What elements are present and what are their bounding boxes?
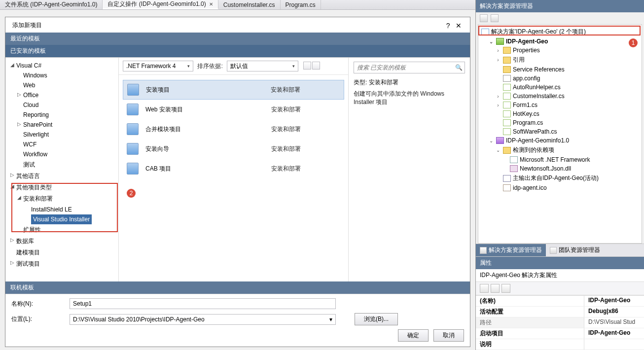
close-icon[interactable]: ✕ (454, 22, 463, 30)
web-setup-icon (127, 104, 139, 115)
dependency-node[interactable]: Microsoft .NET Framework (481, 155, 639, 164)
location-dropdown[interactable]: D:\VS\Visual Studio 2010\Projects\IDP-Ag… (70, 314, 336, 325)
tree-reporting[interactable]: Reporting (5, 110, 118, 120)
properties-pages-icon[interactable] (501, 284, 510, 293)
expand-icon[interactable]: ⌄ (495, 147, 501, 153)
tab-program[interactable]: Program.cs (281, 0, 321, 9)
tree-silverlight[interactable]: Silverlight (5, 130, 118, 140)
file-node[interactable]: idp-agent.ico (481, 183, 639, 192)
prop-key: (名称) (476, 296, 584, 306)
template-item[interactable]: 安装项目安装和部署 (123, 80, 344, 100)
properties-icon[interactable] (480, 14, 488, 22)
expand-icon[interactable]: › (495, 94, 501, 99)
project-node[interactable]: ⌄IDP-Agent-Geominfo1.0 (481, 136, 639, 145)
file-node[interactable]: app.config (481, 74, 639, 83)
file-node[interactable]: Program.cs (481, 118, 639, 127)
template-item[interactable]: Web 安装项目安装和部署 (123, 100, 344, 119)
close-icon[interactable]: ✕ (209, 1, 213, 7)
name-label: 名称(N): (11, 300, 65, 308)
expand-icon[interactable]: ◢ (15, 195, 23, 200)
expand-icon[interactable]: ▷ (8, 172, 16, 177)
prop-value[interactable] (584, 339, 644, 350)
tree-other-proj[interactable]: ◢其他项目类型 (5, 182, 118, 193)
template-item[interactable]: CAB 项目安装和部署 (123, 159, 344, 178)
tree-other-lang[interactable]: ▷其他语言 (5, 171, 118, 182)
view-medium-icon[interactable] (303, 62, 311, 70)
csharp-project-icon (496, 38, 504, 45)
search-box[interactable]: 🔍 (354, 62, 465, 73)
detected-deps-node[interactable]: ⌄检测到的依赖项 (481, 145, 639, 155)
tab-custom-ops[interactable]: 自定义操作 (IDP-Agent-Geominfo1.0)✕ (103, 0, 218, 9)
expand-icon[interactable]: ▷ (15, 92, 23, 97)
expand-icon[interactable]: ⌄ (488, 138, 494, 143)
ok-button[interactable]: 确定 (398, 329, 429, 342)
expand-icon[interactable]: ▷ (8, 260, 16, 265)
prop-value[interactable]: IDP-Agent-Geo (584, 296, 644, 306)
dependency-node[interactable]: Newtonsoft.Json.dll (481, 164, 639, 173)
tree-installshield[interactable]: InstallShield LE (5, 205, 118, 214)
tab-filesystem[interactable]: 文件系统 (IDP-Agent-Geominfo1.0) (0, 0, 103, 9)
expand-icon[interactable]: › (495, 103, 501, 108)
references-node[interactable]: ›引用 (481, 55, 639, 65)
show-all-icon[interactable] (491, 14, 499, 22)
expand-icon[interactable]: ◢ (8, 183, 16, 189)
tree-csharp[interactable]: ◢Visual C# (5, 61, 118, 70)
cab-project-icon (127, 163, 139, 175)
help-icon[interactable]: ? (444, 22, 453, 30)
tree-vs-installer[interactable]: Visual Studio Installer (31, 214, 92, 224)
template-item[interactable]: 合并模块项目安装和部署 (123, 119, 344, 139)
expand-icon[interactable]: ◢ (8, 62, 16, 68)
tree-test[interactable]: 测试 (5, 159, 118, 171)
tab-custome-installer[interactable]: CustomeInstaller.cs (218, 0, 281, 9)
tree-sharepoint[interactable]: ▷SharePoint (5, 120, 118, 130)
view-small-icon[interactable] (312, 62, 320, 70)
tree-cloud[interactable]: Cloud (5, 100, 118, 110)
search-icon[interactable]: 🔍 (453, 62, 465, 73)
tree-office[interactable]: ▷Office (5, 90, 118, 100)
recent-templates-header[interactable]: 最近的模板 (5, 33, 470, 45)
tree-extensibility[interactable]: 扩展性 (5, 224, 118, 236)
expand-icon[interactable]: ▷ (15, 121, 23, 127)
browse-button[interactable]: 浏览(B)... (355, 313, 398, 325)
prop-value[interactable]: Debug|x86 (584, 307, 644, 317)
template-item[interactable]: 安装向导安装和部署 (123, 139, 344, 159)
project-name-input[interactable] (70, 298, 336, 309)
cancel-button[interactable]: 取消 (433, 329, 464, 342)
tree-wcf[interactable]: WCF (5, 140, 118, 149)
search-input[interactable] (354, 62, 453, 73)
solution-root[interactable]: 解决方案'IDP-Agent-Geo' (2 个项目) (481, 27, 639, 37)
file-node[interactable]: AutoRunHelper.cs (481, 83, 639, 92)
expand-icon[interactable]: ⌄ (488, 39, 494, 44)
output-node[interactable]: 主输出来自IDP-Agent-Geo(活动) (481, 173, 639, 183)
tree-windows[interactable]: Windows (5, 70, 118, 80)
prop-value[interactable]: IDP-Agent-Geo (584, 328, 644, 339)
framework-dropdown[interactable]: .NET Framework 4▾ (123, 61, 193, 71)
file-node[interactable]: SoftWarePath.cs (481, 127, 639, 136)
sort-dropdown[interactable]: 默认值▾ (227, 61, 298, 71)
tree-modeling[interactable]: 建模项目 (5, 247, 118, 258)
file-node[interactable]: HotKey.cs (481, 109, 639, 118)
project-node[interactable]: ⌄IDP-Agent-Geo (481, 37, 639, 46)
categorized-icon[interactable] (480, 284, 489, 293)
tree-database[interactable]: ▷数据库 (5, 236, 118, 247)
alphabetical-icon[interactable] (491, 284, 500, 293)
tree-workflow[interactable]: Workflow (5, 149, 118, 159)
expand-icon[interactable]: › (495, 57, 501, 63)
installed-templates-header[interactable]: 已安装的模板 (5, 45, 470, 57)
online-templates-header[interactable]: 联机模板 (5, 281, 470, 294)
expand-icon[interactable]: › (495, 48, 501, 53)
tab-team-explorer[interactable]: 团队资源管理器 (546, 244, 604, 256)
expand-icon[interactable]: ▷ (8, 237, 16, 243)
properties-node[interactable]: ›Properties (481, 46, 639, 55)
template-tree: ◢Visual C# Windows Web ▷Office Cloud Rep… (5, 58, 119, 281)
setup-project-icon (127, 84, 139, 96)
prop-key: 启动项目 (476, 328, 584, 339)
tree-test-proj[interactable]: ▷测试项目 (5, 258, 118, 270)
csharp-file-icon (503, 128, 511, 135)
tree-setup-deploy[interactable]: ◢安装和部署 (5, 193, 118, 205)
tab-solution-explorer[interactable]: 解决方案资源管理器 (476, 244, 546, 256)
tree-web[interactable]: Web (5, 80, 118, 90)
service-references-node[interactable]: Service References (481, 65, 639, 74)
file-node[interactable]: ›Form1.cs (481, 101, 639, 109)
file-node[interactable]: ›CustomeInstaller.cs (481, 92, 639, 101)
